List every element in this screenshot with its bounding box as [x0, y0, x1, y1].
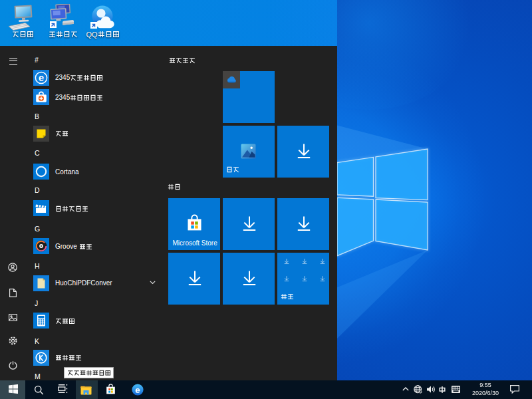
svg-text:e: e — [135, 385, 140, 395]
svg-text:e: e — [39, 72, 44, 83]
